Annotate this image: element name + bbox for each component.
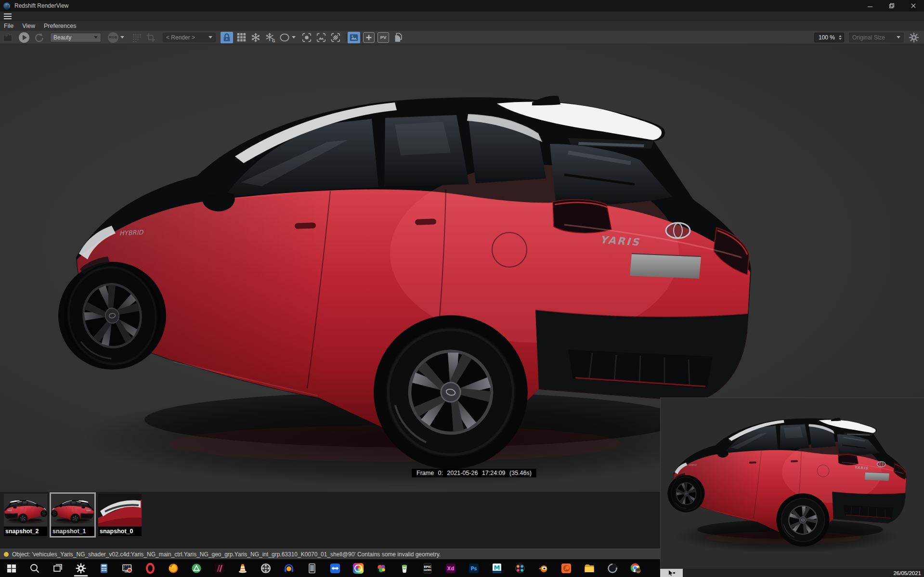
display-size-select[interactable]: Original Size [849,33,904,42]
menu-preferences[interactable]: Preferences [39,23,80,29]
crop-icon[interactable] [144,32,157,43]
taskbar-epic-games[interactable]: EPIC GAMES [416,559,439,577]
taskbar-audio-headphones-app[interactable] [277,559,300,577]
taskbar-magenta-n-app[interactable] [208,559,231,577]
cup-icon [399,563,410,574]
taskbar-firefox[interactable] [162,559,185,577]
taskbar-davinci-resolve[interactable] [508,559,532,577]
titlebar: Redshift RenderView [0,0,924,12]
menu-file[interactable]: File [0,23,18,29]
snapshot-2-image [4,494,47,526]
snipping-tool-icon [121,563,133,574]
start-render-button[interactable] [18,32,30,43]
settings-gear-icon [75,563,87,574]
picture-viewer-button[interactable]: PV [377,32,389,43]
restore-icon [889,3,895,9]
lock-icon [221,32,232,43]
restore-button[interactable] [881,0,902,12]
taskbar-opera[interactable] [139,559,162,577]
fit-to-image-icon[interactable] [315,32,327,43]
taskbar-search[interactable] [23,559,46,577]
taskbar-photoshop[interactable]: Ps [462,559,485,577]
render-film-icon[interactable] [2,32,14,43]
pixel-grid-icon[interactable] [130,32,143,43]
settings-gear-icon[interactable] [908,32,920,43]
ellipse-region-icon[interactable] [278,32,291,43]
taskbar-maya[interactable]: M [485,559,508,577]
hamburger-row [0,12,924,21]
taskbar-tablet-device-app[interactable] [300,559,324,577]
headphones-icon [283,563,295,574]
minimize-button[interactable] [859,0,881,12]
davinci-resolve-icon [514,563,526,574]
film-reel-icon [260,563,272,574]
mouse-cursor-icon [668,570,676,577]
search-icon [29,563,40,574]
status-message: Object: 'vehicules_Yaris_NG_shader_v02.c… [12,551,441,558]
taskbar-snipping-tool[interactable] [116,559,139,577]
cinema-4d-icon [607,563,618,574]
bucket-grid-icon[interactable] [235,32,247,43]
rgb-caret-icon[interactable] [120,36,124,38]
blender-icon [537,563,549,574]
taskbar-vlc[interactable] [231,559,254,577]
taskbar-tray-strip: 26/05/2021 [660,569,924,577]
close-button[interactable] [902,0,924,12]
render-camera-select[interactable]: < Render > [163,33,216,42]
taskbar-file-explorer[interactable] [578,559,601,577]
rgb-channel-button[interactable]: RGB [107,32,119,43]
taskbar-settings[interactable] [69,559,92,577]
camera-caret-icon [208,36,212,38]
ellipse-caret-icon[interactable] [292,36,296,38]
svg-text:EPIC: EPIC [424,565,431,568]
size-caret-icon [897,36,900,38]
snapshot-thumb-0[interactable]: snapshot_0 [98,494,142,536]
houdini-icon [560,563,572,574]
zoom-stepper[interactable] [839,35,842,40]
hamburger-menu-icon[interactable] [4,13,12,19]
svg-text:Xd: Xd [447,566,455,571]
taskbar-film-reel-app[interactable] [254,559,277,577]
menu-view[interactable]: View [18,23,39,29]
freeze-tessellation-g-icon[interactable]: G [264,32,276,43]
maya-icon: M [491,563,503,574]
green-triangle-icon [191,563,202,574]
take-snapshot-button[interactable] [363,32,375,43]
color-sticker-icon [376,563,387,574]
taskbar-color-sticker-app[interactable] [370,559,393,577]
lock-view-button[interactable] [221,32,233,43]
photoshop-icon: Ps [468,563,480,574]
taskbar-teamviewer[interactable] [324,559,347,577]
taskbar-adobe-xd[interactable]: Xd [439,559,462,577]
tablet-icon [306,563,318,574]
taskbar-task-view[interactable] [46,559,69,577]
taskbar-adobe-creative-cloud[interactable] [347,559,370,577]
taskbar-date[interactable]: 26/05/2021 [893,570,924,576]
render-pass-select[interactable]: Beauty [50,33,101,42]
taskbar-cinema-4d[interactable] [601,559,624,577]
snapshot-thumb-2[interactable]: snapshot_2 [4,494,47,536]
copy-to-clipboard-icon[interactable] [392,32,404,43]
app-icon [3,2,11,10]
show-snapshots-button[interactable] [348,32,360,43]
svg-text:M: M [494,564,500,571]
freeze-tessellation-icon[interactable] [249,32,262,43]
taskbar-green-nav-app[interactable] [185,559,208,577]
warning-dot-icon [4,552,9,557]
taskbar-blender[interactable] [532,559,555,577]
zoom-level-input[interactable]: 100 % [814,33,844,42]
snapshot-0-image [98,494,142,526]
taskbar-houdini[interactable] [555,559,578,577]
taskbar-greenshot-cup-app[interactable] [393,559,416,577]
pip-render-window[interactable] [660,397,924,569]
taskbar-windows-start[interactable] [0,559,23,577]
focus-point-icon[interactable] [300,32,313,43]
taskbar-calculator[interactable] [92,559,116,577]
firefox-icon [168,563,179,574]
restart-render-icon[interactable] [33,32,45,43]
vlc-cone-icon [237,563,248,574]
frame-info-text: Frame 0: 2021-05-26 17:24:09 (35.46s) [416,470,532,476]
region-render-icon[interactable] [329,32,342,43]
taskbar-chrome-profile[interactable] [624,559,647,577]
snapshot-thumb-1[interactable]: snapshot_1 [51,494,94,536]
